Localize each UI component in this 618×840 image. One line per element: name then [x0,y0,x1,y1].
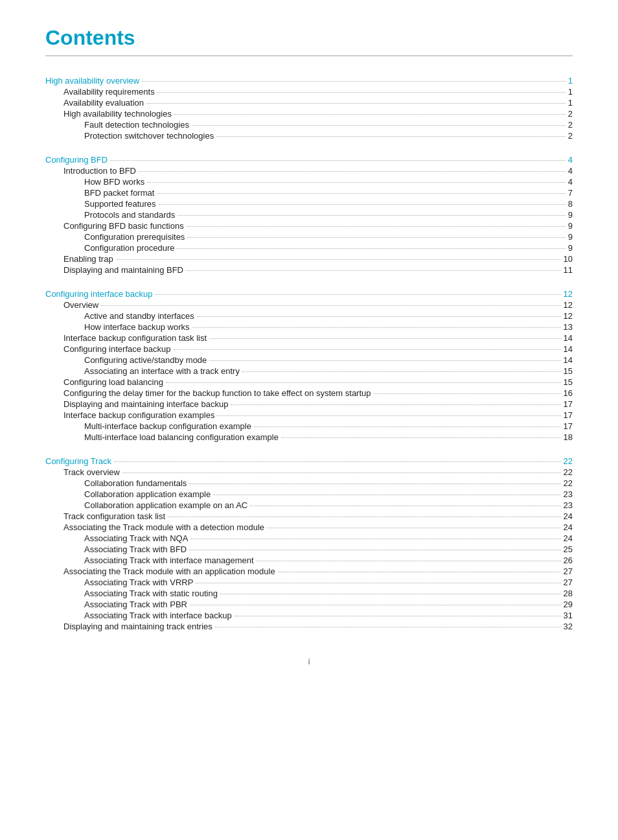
toc-container: High availability overview1Availability … [45,76,573,631]
toc-label: Enabling trap [63,254,113,264]
toc-heading-level3: Collaboration fundamentals22 [45,478,573,488]
toc-heading-level2: Configuring load balancing15 [45,377,573,387]
toc-label: Fault detection technologies [84,120,189,130]
page-footer: i [45,657,573,666]
toc-heading-level2: Configuring the delay timer for the back… [45,388,573,398]
toc-heading-level2: Interface backup configuration task list… [45,333,573,343]
toc-dots [166,382,561,383]
toc-label: Associating an interface with a track en… [84,366,240,376]
toc-label: Associating the Track module with a dete… [63,522,264,532]
toc-heading-level2: High availability technologies2 [45,109,573,119]
toc-label: Interface backup configuration task list [63,333,207,343]
toc-heading-level2: Configuring BFD basic functions9 [45,221,573,231]
toc-dots [186,270,561,271]
toc-label: Introduction to BFD [63,166,136,176]
toc-page: 16 [564,388,573,398]
toc-heading-level3: Configuration procedure9 [45,243,573,253]
toc-page: 15 [564,366,573,376]
toc-dots [197,316,561,317]
toc-heading-level2: Displaying and maintaining BFD11 [45,265,573,275]
toc-label: Associating Track with BFD [84,544,187,554]
toc-page: 24 [564,522,573,532]
toc-label: Associating Track with static routing [84,589,218,598]
toc-dots [192,125,566,126]
toc-heading-level2: Track overview22 [45,467,573,477]
toc-dots [174,349,561,350]
toc-page: 8 [568,199,573,209]
toc-dots [142,81,566,82]
toc-dots [168,517,561,517]
toc-page: 32 [564,622,573,631]
toc-page: 14 [564,355,573,365]
toc-dots [216,136,566,137]
toc-dots [116,259,561,260]
toc-heading-level2: Displaying and maintaining track entries… [45,622,573,631]
toc-label: Interface backup configuration examples [63,410,214,420]
toc-page: 28 [564,589,573,598]
toc-label: Multi-interface backup configuration exa… [84,421,251,431]
toc-dots [278,572,561,572]
toc-dots [231,404,560,405]
toc-heading-level2: Associating the Track module with a dete… [45,522,573,532]
toc-label: High availability overview [45,76,139,86]
toc-heading-level1: Configuring interface backup12 [45,289,573,299]
toc-dots [147,182,566,183]
toc-label: Associating Track with PBR [84,600,187,609]
toc-label: Associating Track with interface backup [84,611,232,620]
toc-label: Associating Track with NQA [84,533,188,543]
toc-dots [114,461,561,462]
toc-page: 27 [564,578,573,587]
toc-page: 9 [568,210,573,220]
toc-heading-level3: Associating Track with BFD25 [45,544,573,554]
toc-label: Track overview [63,467,120,477]
toc-page: 23 [564,500,573,510]
toc-page: 22 [564,467,573,477]
toc-dots [159,204,566,205]
toc-label: Configuring load balancing [63,377,163,387]
toc-page: 14 [564,344,573,354]
toc-page: 24 [564,511,573,521]
toc-page: 9 [568,243,573,253]
toc-heading-level1: Configuring BFD4 [45,155,573,165]
toc-label: Protocols and standards [84,210,175,220]
toc-dots [110,160,566,161]
toc-label: Configuring interface backup [45,289,153,299]
toc-label: Collaboration application example on an … [84,500,247,510]
toc-page: 7 [568,188,573,198]
toc-dots [209,338,560,339]
toc-heading-level3: Active and standby interfaces12 [45,311,573,321]
toc-dots [101,305,560,306]
toc-heading-level3: Multi-interface backup configuration exa… [45,421,573,431]
toc-heading-level2: Associating the Track module with an app… [45,566,573,576]
toc-heading-level2: Configuring interface backup14 [45,344,573,354]
page-title: Contents [45,26,573,56]
toc-label: Associating Track with VRRP [84,578,193,587]
toc-dots [157,92,566,93]
toc-page: 29 [564,600,573,609]
toc-page: 24 [564,533,573,543]
toc-dots [155,294,561,295]
toc-dots [267,528,561,528]
toc-label: Configuring Track [45,456,111,466]
toc-heading-level3: Associating Track with interface backup3… [45,611,573,620]
toc-page: 13 [564,322,573,332]
toc-page: 14 [564,333,573,343]
toc-heading-level2: Availability evaluation1 [45,98,573,108]
toc-dots [257,561,561,561]
toc-page: 12 [564,311,573,321]
toc-dots [250,506,560,506]
toc-label: High availability technologies [63,109,172,119]
toc-page: 4 [568,166,573,176]
toc-label: Displaying and maintaining interface bac… [63,399,228,409]
toc-label: Associating Track with interface managem… [84,555,254,565]
toc-page: 1 [568,76,573,86]
toc-page: 17 [564,421,573,431]
toc-section: High availability overview1Availability … [45,76,573,141]
toc-label: Associating the Track module with an app… [63,566,275,576]
toc-label: Configuring BFD [45,155,108,165]
toc-heading-level3: Collaboration application example23 [45,489,573,499]
toc-page: 17 [564,399,573,409]
toc-dots [374,393,561,394]
toc-page: 23 [564,489,573,499]
toc-heading-level3: Protocols and standards9 [45,210,573,220]
